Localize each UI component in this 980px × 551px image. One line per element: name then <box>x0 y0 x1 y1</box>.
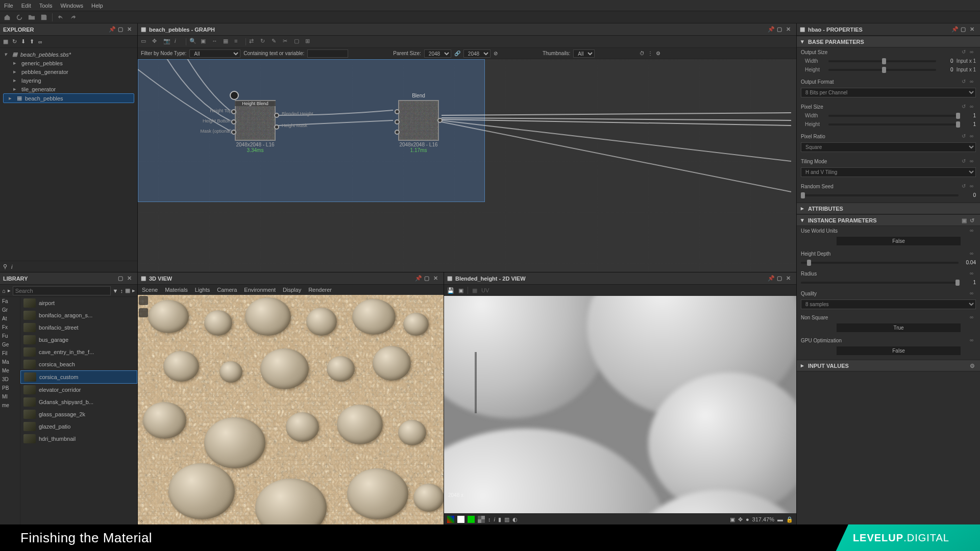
maximize-icon[interactable]: ▢ <box>777 275 784 282</box>
hierarchy-icon[interactable]: ⋮ <box>648 51 653 56</box>
tree-item-tile-generator[interactable]: ▸tile_generator <box>0 85 137 93</box>
section-input-values[interactable]: ▸INPUT VALUES⚙ <box>797 360 980 371</box>
tree-item-pebbles-generator[interactable]: ▸pebbles_generator <box>0 67 137 76</box>
node-input-port[interactable] <box>231 130 236 135</box>
height-depth-slider[interactable] <box>801 262 959 264</box>
node-output-port[interactable] <box>274 113 279 118</box>
sort-icon[interactable]: ↕ <box>120 288 124 294</box>
radius-slider[interactable] <box>801 282 959 284</box>
link-icon[interactable]: ∞ <box>38 39 42 45</box>
zoom-icon[interactable]: 🔍 <box>189 38 198 46</box>
list-item[interactable]: bonifacio_aragon_s... <box>20 309 137 321</box>
3d-menu-camera[interactable]: Camera <box>217 287 237 293</box>
import-icon[interactable]: ⬇ <box>21 38 26 45</box>
copy-icon[interactable]: ▣ <box>962 217 968 223</box>
pin-icon[interactable]: 📌 <box>415 275 422 282</box>
display-icon[interactable]: ▥ <box>504 516 509 523</box>
tree-item-beach-pebbles[interactable]: ▸▦beach_pebbles <box>3 93 134 103</box>
settings-icon[interactable]: ⚙ <box>970 363 976 369</box>
parent-size-select[interactable]: 2048 <box>424 49 451 58</box>
tree-item-layering[interactable]: ▸layering <box>0 76 137 85</box>
output-format-select[interactable]: 8 Bits per Channel <box>801 88 976 97</box>
timing-icon[interactable]: ⏱ <box>640 51 645 56</box>
lib-cat[interactable]: Fa <box>0 297 20 306</box>
snap-icon[interactable]: ⊞ <box>305 38 313 46</box>
pin-icon[interactable]: 📌 <box>951 26 959 33</box>
reset-icon[interactable]: ↺ <box>962 158 968 164</box>
close-icon[interactable]: ✕ <box>786 26 793 33</box>
save-icon[interactable] <box>40 13 48 21</box>
lib-cat[interactable]: Ma <box>0 358 20 366</box>
menu-windows[interactable]: Windows <box>60 3 83 9</box>
menu-tools[interactable]: Tools <box>39 3 53 9</box>
pixel-height-slider[interactable] <box>828 123 959 126</box>
grid-icon[interactable]: ▦ <box>472 287 477 294</box>
edit-icon[interactable]: ✎ <box>272 38 280 46</box>
fit-icon[interactable]: ▣ <box>201 38 209 46</box>
export-icon[interactable]: ⬆ <box>30 38 34 45</box>
width-slider[interactable] <box>828 60 936 62</box>
lock-icon[interactable]: 🔒 <box>786 516 793 523</box>
library-search-input[interactable] <box>13 286 111 295</box>
graph-canvas[interactable]: Height Blend 2048x2048 - L16 3.34ms Heig… <box>138 59 796 272</box>
refresh-icon[interactable]: ↻ <box>12 38 17 45</box>
node-output-port[interactable] <box>274 124 279 130</box>
close-icon[interactable]: ✕ <box>433 275 440 282</box>
list-item[interactable]: hdri_thumbnail <box>20 433 137 445</box>
parent-size-y-select[interactable]: 2048 <box>463 49 491 58</box>
link-icon[interactable]: ∞ <box>970 183 976 189</box>
move-icon[interactable]: ✥ <box>152 38 160 46</box>
link-icon[interactable]: ∞ <box>970 290 976 296</box>
filter-type-select[interactable]: All <box>189 49 240 58</box>
world-units-toggle[interactable]: False <box>837 237 961 245</box>
undo-icon[interactable] <box>57 13 65 21</box>
link-icon[interactable]: ∞ <box>970 337 976 343</box>
close-icon[interactable]: ✕ <box>127 26 134 33</box>
seed-slider[interactable] <box>801 194 959 196</box>
histogram-icon[interactable]: ▮ <box>498 516 501 523</box>
maximize-icon[interactable]: ▢ <box>961 26 968 33</box>
link-icon[interactable]: ∞ <box>970 251 976 257</box>
link-icon[interactable]: ∞ <box>970 158 976 164</box>
3d-menu-scene[interactable]: Scene <box>142 287 158 293</box>
3d-menu-display[interactable]: Display <box>283 287 301 293</box>
light-icon[interactable] <box>139 308 148 317</box>
maximize-icon[interactable]: ▢ <box>424 275 431 282</box>
list-item[interactable]: bus_garage <box>20 334 137 346</box>
close-icon[interactable]: ✕ <box>970 26 977 33</box>
info-icon[interactable]: i <box>175 38 183 46</box>
close-icon[interactable]: ✕ <box>786 275 793 282</box>
node-input-port[interactable] <box>395 130 400 135</box>
redo-icon[interactable] <box>69 13 77 21</box>
reset-icon[interactable]: ↺ <box>962 79 968 85</box>
3d-menu-environment[interactable]: Environment <box>244 287 276 293</box>
link-icon[interactable]: ⇄ <box>249 38 257 46</box>
node-input-port[interactable] <box>395 119 400 124</box>
list-item[interactable]: glazed_patio <box>20 420 137 433</box>
lib-cat[interactable]: Gr <box>0 306 20 314</box>
folder-icon[interactable] <box>28 13 36 21</box>
expand-icon[interactable]: ↔ <box>212 38 220 46</box>
lib-cat[interactable]: 3D <box>0 375 20 384</box>
section-base-parameters[interactable]: ▾BASE PARAMETERS <box>797 36 980 47</box>
lib-cat[interactable]: At <box>0 314 20 323</box>
actual-icon[interactable]: ● <box>746 516 749 522</box>
node-input-port[interactable] <box>231 119 236 124</box>
graph-node-height-blend[interactable]: Height Blend 2048x2048 - L16 3.34ms Heig… <box>235 100 276 153</box>
lib-cat[interactable]: Fu <box>0 332 20 340</box>
filter-text-input[interactable] <box>307 49 348 58</box>
eyedropper-icon[interactable]: ↕ <box>488 516 491 522</box>
link-icon[interactable]: 🔗 <box>454 51 460 56</box>
uv-label[interactable]: UV <box>481 287 489 293</box>
list-item[interactable]: corsica_custom <box>20 370 137 384</box>
close-icon[interactable]: ✕ <box>127 275 134 282</box>
zoom-slider-icon[interactable]: ▬ <box>777 516 783 522</box>
menu-file[interactable]: File <box>4 3 13 9</box>
camera-icon[interactable] <box>139 296 148 305</box>
tree-item-generic-pebbles[interactable]: ▸generic_pebbles <box>0 59 137 67</box>
lib-cat[interactable]: me <box>0 401 20 410</box>
reset-icon[interactable]: ↺ <box>962 133 968 139</box>
3d-menu-renderer[interactable]: Renderer <box>308 287 332 293</box>
section-attributes[interactable]: ▸ATTRIBUTES <box>797 203 980 214</box>
link-icon[interactable]: ∞ <box>970 228 976 234</box>
